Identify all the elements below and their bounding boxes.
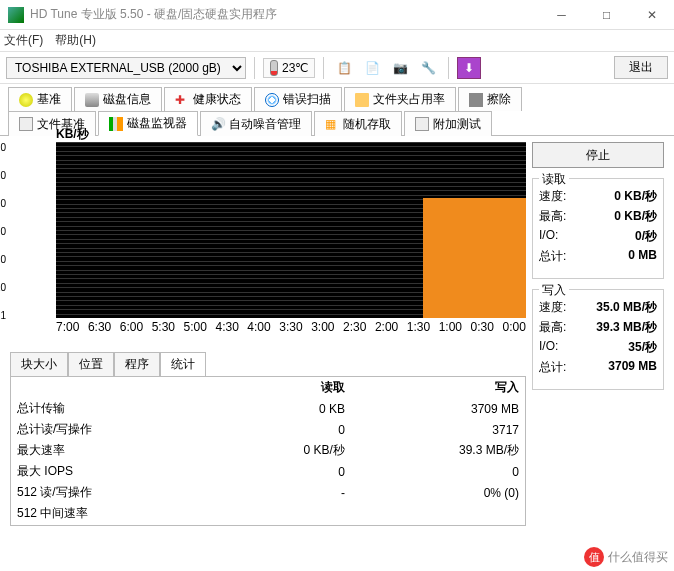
watermark: 值 什么值得买: [584, 547, 668, 567]
stat-value: 0 KB/秒: [614, 208, 657, 225]
x-tick: 3:30: [279, 320, 302, 334]
table-cell: [351, 503, 525, 524]
subtab-块大小[interactable]: 块大小: [10, 352, 68, 376]
write-group: 写入 速度:35.0 MB/秒最高:39.3 MB/秒I/O:35/秒总计:37…: [532, 289, 664, 390]
tab-label: 磁盘信息: [103, 91, 151, 108]
online-button[interactable]: ⬇: [457, 57, 481, 79]
clipboard-icon: 📄: [365, 61, 380, 75]
watermark-badge: 值: [584, 547, 604, 567]
stat-row: 速度:35.0 MB/秒: [539, 299, 657, 316]
temperature-value: 23℃: [282, 61, 308, 75]
y-tick: 10000: [0, 198, 6, 209]
table-cell: -: [222, 482, 351, 503]
write-legend: 写入: [539, 282, 569, 299]
table-row: 总计读/写操作03717: [11, 419, 525, 440]
gear-icon: 🔧: [421, 61, 436, 75]
stats-table-container[interactable]: 读取写入总计传输0 KB3709 MB总计读/写操作03717最大速率0 KB/…: [10, 376, 526, 526]
minimize-button[interactable]: ─: [539, 0, 584, 30]
table-cell: 总计传输: [11, 398, 222, 419]
tab-row-2: 文件基准磁盘监视器🔊自动噪音管理▦随机存取附加测试: [8, 110, 666, 135]
options-button[interactable]: 🔧: [416, 57, 440, 79]
stat-key: 总计:: [539, 359, 566, 376]
exit-button[interactable]: 退出: [614, 56, 668, 79]
table-cell: 39.3 MB/秒: [351, 440, 525, 461]
tab-label: 健康状态: [193, 91, 241, 108]
maximize-button[interactable]: □: [584, 0, 629, 30]
temperature-display: 23℃: [263, 58, 315, 78]
tab-label: 错误扫描: [283, 91, 331, 108]
table-cell: 最大 IOPS: [11, 461, 222, 482]
x-tick: 6:30: [88, 320, 111, 334]
subtab-位置[interactable]: 位置: [68, 352, 114, 376]
save-screenshot-button[interactable]: 📷: [388, 57, 412, 79]
stats-tabs: 块大小位置程序统计: [10, 352, 526, 376]
ico-clip-icon: [415, 117, 429, 131]
stat-key: 最高:: [539, 208, 566, 225]
x-tick: 4:30: [215, 320, 238, 334]
stop-button[interactable]: 停止: [532, 142, 664, 168]
stat-row: 速度:0 KB/秒: [539, 188, 657, 205]
separator: [448, 57, 449, 79]
tab-磁盘信息[interactable]: 磁盘信息: [74, 87, 162, 111]
x-tick: 2:30: [343, 320, 366, 334]
tab-擦除[interactable]: 擦除: [458, 87, 522, 111]
stat-row: 最高:39.3 MB/秒: [539, 319, 657, 336]
chart-canvas: [56, 142, 526, 318]
table-cell: 512 读/写操作: [11, 482, 222, 503]
copy-screenshot-button[interactable]: 📄: [360, 57, 384, 79]
tab-附加测试[interactable]: 附加测试: [404, 111, 492, 136]
y-tick: 1000: [0, 226, 6, 237]
ico-health-icon: ✚: [175, 93, 189, 107]
watermark-text: 什么值得买: [608, 549, 668, 566]
drive-select[interactable]: TOSHIBA EXTERNAL_USB (2000 gB): [6, 57, 246, 79]
subtab-程序[interactable]: 程序: [114, 352, 160, 376]
menu-file[interactable]: 文件(F): [4, 32, 43, 49]
tab-自动噪音管理[interactable]: 🔊自动噪音管理: [200, 111, 312, 136]
tab-错误扫描[interactable]: 错误扫描: [254, 87, 342, 111]
tab-健康状态[interactable]: ✚健康状态: [164, 87, 252, 111]
tab-row-1: 基准磁盘信息✚健康状态错误扫描文件夹占用率擦除: [8, 86, 666, 110]
tab-磁盘监视器[interactable]: 磁盘监视器: [98, 111, 198, 136]
ico-mem-icon: ▦: [325, 117, 339, 131]
copy-info-button[interactable]: 📋: [332, 57, 356, 79]
table-row: 最大速率0 KB/秒39.3 MB/秒: [11, 440, 525, 461]
table-row: 1K 读/写操作-0% (0): [11, 524, 525, 526]
ico-speaker-icon: 🔊: [211, 117, 225, 131]
subtab-统计[interactable]: 统计: [160, 352, 206, 376]
table-cell: 0% (0): [351, 482, 525, 503]
thermometer-icon: [270, 60, 278, 76]
close-button[interactable]: ✕: [629, 0, 674, 30]
col-header: 读取: [222, 377, 351, 398]
table-cell: 512 中间速率: [11, 503, 222, 524]
stat-value: 35.0 MB/秒: [596, 299, 657, 316]
tab-label: 文件夹占用率: [373, 91, 445, 108]
ico-bulb-icon: [19, 93, 33, 107]
stat-row: I/O:35/秒: [539, 339, 657, 356]
y-tick: 100: [0, 254, 6, 265]
x-tick: 1:30: [407, 320, 430, 334]
stat-row: I/O:0/秒: [539, 228, 657, 245]
stat-value: 3709 MB: [608, 359, 657, 376]
tab-基准[interactable]: 基准: [8, 87, 72, 111]
x-tick: 0:00: [502, 320, 525, 334]
tab-label: 附加测试: [433, 116, 481, 133]
tab-label: 随机存取: [343, 116, 391, 133]
tab-随机存取[interactable]: ▦随机存取: [314, 111, 402, 136]
table-cell: [222, 503, 351, 524]
chart-y-title: KB/秒: [56, 126, 89, 143]
stat-value: 0/秒: [635, 228, 657, 245]
ico-disk-icon: [85, 93, 99, 107]
chart-bar-write: [423, 198, 526, 318]
y-tick: 1: [0, 310, 6, 321]
chart-area: KB/秒 1000000100000100001000100101 7:006:…: [10, 142, 526, 334]
table-row: 512 中间速率: [11, 503, 525, 524]
table-cell: 3709 MB: [351, 398, 525, 419]
stat-value: 0 KB/秒: [614, 188, 657, 205]
table-cell: 0: [222, 419, 351, 440]
tab-文件夹占用率[interactable]: 文件夹占用率: [344, 87, 456, 111]
ico-erase-icon: [469, 93, 483, 107]
menu-help[interactable]: 帮助(H): [55, 32, 96, 49]
table-row: 512 读/写操作-0% (0): [11, 482, 525, 503]
ico-file-icon: [19, 117, 33, 131]
stats-table: 读取写入总计传输0 KB3709 MB总计读/写操作03717最大速率0 KB/…: [11, 377, 525, 526]
